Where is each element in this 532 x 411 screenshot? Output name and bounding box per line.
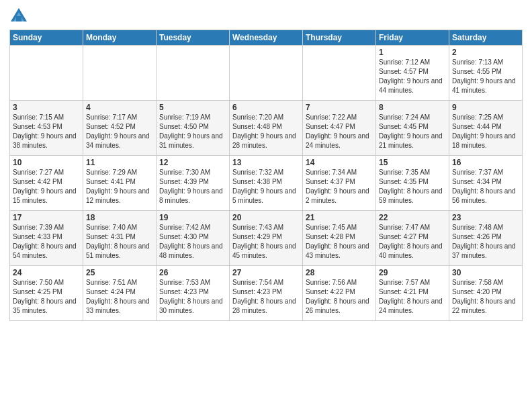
day-number: 30 <box>452 268 519 277</box>
day-info: Sunrise: 7:30 AM Sunset: 4:39 PM Dayligh… <box>159 168 226 205</box>
day-info: Sunrise: 7:47 AM Sunset: 4:27 PM Dayligh… <box>379 223 446 261</box>
day-number: 20 <box>232 213 300 222</box>
calendar-cell: 6Sunrise: 7:20 AM Sunset: 4:48 PM Daylig… <box>230 101 303 156</box>
day-info: Sunrise: 7:13 AM Sunset: 4:55 PM Dayligh… <box>452 58 519 95</box>
calendar-cell: 10Sunrise: 7:27 AM Sunset: 4:42 PM Dayli… <box>10 156 83 211</box>
day-number: 25 <box>86 268 153 277</box>
calendar-cell: 22Sunrise: 7:47 AM Sunset: 4:27 PM Dayli… <box>376 211 449 266</box>
day-info: Sunrise: 7:17 AM Sunset: 4:52 PM Dayligh… <box>86 113 153 150</box>
col-header-thursday: Thursday <box>303 30 376 46</box>
day-info: Sunrise: 7:35 AM Sunset: 4:35 PM Dayligh… <box>379 168 446 205</box>
day-info: Sunrise: 7:50 AM Sunset: 4:25 PM Dayligh… <box>13 278 80 316</box>
day-info: Sunrise: 7:27 AM Sunset: 4:42 PM Dayligh… <box>13 168 80 205</box>
day-info: Sunrise: 7:24 AM Sunset: 4:45 PM Dayligh… <box>379 113 446 150</box>
calendar-cell <box>303 46 376 101</box>
calendar-cell: 3Sunrise: 7:15 AM Sunset: 4:53 PM Daylig… <box>10 101 83 156</box>
day-number: 23 <box>452 213 519 222</box>
day-info: Sunrise: 7:42 AM Sunset: 4:30 PM Dayligh… <box>159 223 226 261</box>
day-number: 12 <box>159 158 226 167</box>
day-number: 7 <box>306 103 373 112</box>
day-number: 17 <box>13 213 80 222</box>
day-info: Sunrise: 7:45 AM Sunset: 4:28 PM Dayligh… <box>306 223 373 261</box>
col-header-friday: Friday <box>376 30 449 46</box>
calendar-cell <box>83 46 157 101</box>
day-number: 27 <box>232 268 300 277</box>
day-number: 14 <box>306 158 373 167</box>
day-info: Sunrise: 7:56 AM Sunset: 4:22 PM Dayligh… <box>306 278 373 316</box>
day-info: Sunrise: 7:39 AM Sunset: 4:33 PM Dayligh… <box>13 223 80 261</box>
day-number: 3 <box>13 103 80 112</box>
col-header-wednesday: Wednesday <box>230 30 303 46</box>
calendar-cell: 23Sunrise: 7:48 AM Sunset: 4:26 PM Dayli… <box>449 211 523 266</box>
day-number: 1 <box>379 48 446 57</box>
svg-rect-2 <box>16 16 21 21</box>
calendar-cell: 11Sunrise: 7:29 AM Sunset: 4:41 PM Dayli… <box>83 156 157 211</box>
calendar-cell: 13Sunrise: 7:32 AM Sunset: 4:38 PM Dayli… <box>230 156 303 211</box>
calendar-week-row: 1Sunrise: 7:12 AM Sunset: 4:57 PM Daylig… <box>10 46 523 101</box>
day-number: 6 <box>232 103 300 112</box>
calendar-cell: 25Sunrise: 7:51 AM Sunset: 4:24 PM Dayli… <box>83 266 157 321</box>
calendar-cell: 24Sunrise: 7:50 AM Sunset: 4:25 PM Dayli… <box>10 266 83 321</box>
calendar-cell: 30Sunrise: 7:58 AM Sunset: 4:20 PM Dayli… <box>449 266 523 321</box>
day-info: Sunrise: 7:54 AM Sunset: 4:23 PM Dayligh… <box>232 278 300 316</box>
day-info: Sunrise: 7:15 AM Sunset: 4:53 PM Dayligh… <box>13 113 80 150</box>
day-number: 28 <box>306 268 373 277</box>
day-info: Sunrise: 7:58 AM Sunset: 4:20 PM Dayligh… <box>452 278 519 316</box>
day-number: 10 <box>13 158 80 167</box>
day-number: 16 <box>452 158 519 167</box>
col-header-saturday: Saturday <box>449 30 523 46</box>
calendar-week-row: 3Sunrise: 7:15 AM Sunset: 4:53 PM Daylig… <box>10 101 523 156</box>
day-info: Sunrise: 7:43 AM Sunset: 4:29 PM Dayligh… <box>232 223 300 261</box>
col-header-monday: Monday <box>83 30 157 46</box>
calendar-cell: 26Sunrise: 7:53 AM Sunset: 4:23 PM Dayli… <box>157 266 230 321</box>
day-info: Sunrise: 7:25 AM Sunset: 4:44 PM Dayligh… <box>452 113 519 150</box>
calendar-cell: 27Sunrise: 7:54 AM Sunset: 4:23 PM Dayli… <box>230 266 303 321</box>
day-info: Sunrise: 7:34 AM Sunset: 4:37 PM Dayligh… <box>306 168 373 205</box>
calendar-cell: 4Sunrise: 7:17 AM Sunset: 4:52 PM Daylig… <box>83 101 157 156</box>
day-number: 11 <box>86 158 153 167</box>
calendar-cell: 8Sunrise: 7:24 AM Sunset: 4:45 PM Daylig… <box>376 101 449 156</box>
day-number: 15 <box>379 158 446 167</box>
day-info: Sunrise: 7:29 AM Sunset: 4:41 PM Dayligh… <box>86 168 153 205</box>
day-number: 21 <box>306 213 373 222</box>
calendar-cell: 21Sunrise: 7:45 AM Sunset: 4:28 PM Dayli… <box>303 211 376 266</box>
calendar-cell <box>157 46 230 101</box>
day-info: Sunrise: 7:48 AM Sunset: 4:26 PM Dayligh… <box>452 223 519 261</box>
calendar-cell: 17Sunrise: 7:39 AM Sunset: 4:33 PM Dayli… <box>10 211 83 266</box>
day-info: Sunrise: 7:40 AM Sunset: 4:31 PM Dayligh… <box>86 223 153 261</box>
day-info: Sunrise: 7:53 AM Sunset: 4:23 PM Dayligh… <box>159 278 226 316</box>
day-number: 18 <box>86 213 153 222</box>
day-info: Sunrise: 7:57 AM Sunset: 4:21 PM Dayligh… <box>379 278 446 316</box>
calendar-week-row: 10Sunrise: 7:27 AM Sunset: 4:42 PM Dayli… <box>10 156 523 211</box>
calendar-cell: 28Sunrise: 7:56 AM Sunset: 4:22 PM Dayli… <box>303 266 376 321</box>
day-info: Sunrise: 7:19 AM Sunset: 4:50 PM Dayligh… <box>159 113 226 150</box>
day-info: Sunrise: 7:37 AM Sunset: 4:34 PM Dayligh… <box>452 168 519 205</box>
day-number: 13 <box>232 158 300 167</box>
day-info: Sunrise: 7:20 AM Sunset: 4:48 PM Dayligh… <box>232 113 300 150</box>
calendar-cell <box>230 46 303 101</box>
calendar-cell: 2Sunrise: 7:13 AM Sunset: 4:55 PM Daylig… <box>449 46 523 101</box>
day-number: 5 <box>159 103 226 112</box>
logo <box>9 7 31 26</box>
day-info: Sunrise: 7:32 AM Sunset: 4:38 PM Dayligh… <box>232 168 300 205</box>
logo-icon <box>9 7 28 26</box>
calendar-cell: 7Sunrise: 7:22 AM Sunset: 4:47 PM Daylig… <box>303 101 376 156</box>
day-number: 19 <box>159 213 226 222</box>
calendar-week-row: 24Sunrise: 7:50 AM Sunset: 4:25 PM Dayli… <box>10 266 523 321</box>
day-number: 22 <box>379 213 446 222</box>
page-header <box>9 7 523 26</box>
day-info: Sunrise: 7:51 AM Sunset: 4:24 PM Dayligh… <box>86 278 153 316</box>
day-number: 29 <box>379 268 446 277</box>
calendar-header-row: SundayMondayTuesdayWednesdayThursdayFrid… <box>10 30 523 46</box>
col-header-tuesday: Tuesday <box>157 30 230 46</box>
calendar-cell: 16Sunrise: 7:37 AM Sunset: 4:34 PM Dayli… <box>449 156 523 211</box>
calendar-cell: 18Sunrise: 7:40 AM Sunset: 4:31 PM Dayli… <box>83 211 157 266</box>
calendar-table: SundayMondayTuesdayWednesdayThursdayFrid… <box>9 30 523 321</box>
day-number: 9 <box>452 103 519 112</box>
calendar-cell: 20Sunrise: 7:43 AM Sunset: 4:29 PM Dayli… <box>230 211 303 266</box>
calendar-cell: 29Sunrise: 7:57 AM Sunset: 4:21 PM Dayli… <box>376 266 449 321</box>
day-number: 26 <box>159 268 226 277</box>
calendar-cell: 5Sunrise: 7:19 AM Sunset: 4:50 PM Daylig… <box>157 101 230 156</box>
calendar-cell: 14Sunrise: 7:34 AM Sunset: 4:37 PM Dayli… <box>303 156 376 211</box>
calendar-cell <box>10 46 83 101</box>
